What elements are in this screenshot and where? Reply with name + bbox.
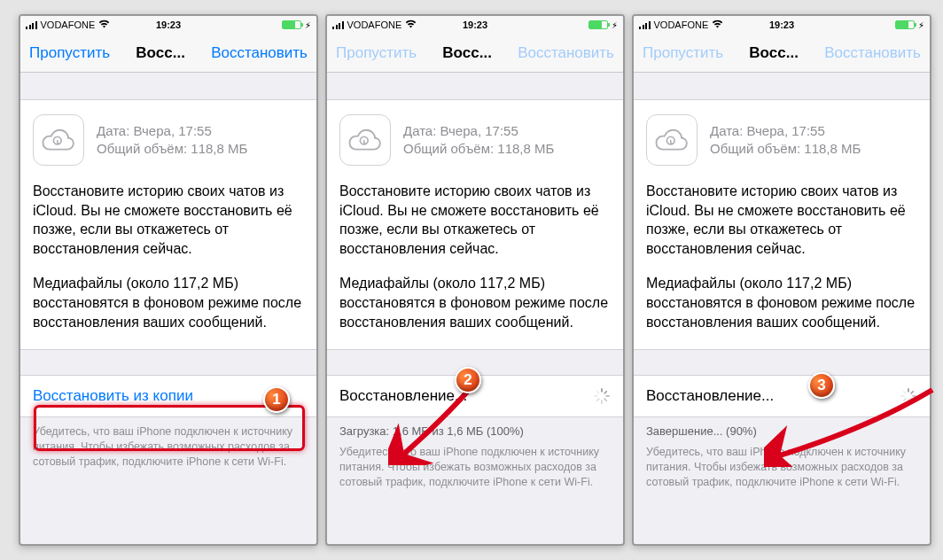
icloud-backup-icon bbox=[646, 114, 698, 166]
signal-icon bbox=[26, 20, 37, 29]
carrier-label: VODAFONE bbox=[347, 19, 402, 30]
carrier-label: VODAFONE bbox=[41, 19, 96, 30]
svg-line-5 bbox=[597, 399, 599, 401]
clock: 19:23 bbox=[156, 19, 181, 30]
clock: 19:23 bbox=[463, 19, 487, 30]
backup-date-label: Дата: Вчера, 17:55 bbox=[403, 122, 554, 140]
status-bar: VODAFONE 19:23 ⚡︎ bbox=[634, 16, 930, 34]
wifi-icon bbox=[712, 19, 723, 30]
signal-icon bbox=[639, 20, 651, 29]
backup-size-label: Общий объём: 118,8 МБ bbox=[710, 140, 861, 158]
nav-bar: Пропустить Восс... Восстановить bbox=[327, 34, 623, 73]
svg-line-13 bbox=[904, 399, 906, 401]
restore-progress-cell: Восстановление... bbox=[634, 375, 930, 417]
nav-bar: Пропустить Восс... Восстановить bbox=[20, 34, 316, 73]
nav-restore-button: Восстановить bbox=[824, 44, 921, 62]
svg-line-9 bbox=[911, 392, 913, 393]
wifi-icon bbox=[98, 19, 110, 30]
carrier-label: VODAFONE bbox=[654, 19, 709, 30]
svg-line-1 bbox=[604, 392, 606, 393]
nav-restore-button: Восстановить bbox=[518, 44, 614, 62]
charging-icon: ⚡︎ bbox=[612, 20, 618, 30]
icloud-backup-icon bbox=[33, 114, 84, 166]
restore-description-1: Восстановите историю своих чатов из iClo… bbox=[646, 182, 917, 258]
step-badge-3: 3 bbox=[808, 372, 835, 399]
charging-icon: ⚡︎ bbox=[305, 20, 311, 30]
restore-description-1: Восстановите историю своих чатов из iClo… bbox=[33, 182, 304, 258]
spinner-icon bbox=[900, 387, 917, 405]
backup-date-label: Дата: Вчера, 17:55 bbox=[710, 122, 861, 140]
status-bar: VODAFONE 19:23 ⚡︎ bbox=[20, 16, 316, 34]
nav-title: Восс... bbox=[442, 44, 492, 62]
backup-info-card: Дата: Вчера, 17:55 Общий объём: 118,8 МБ… bbox=[20, 99, 316, 350]
backup-date-label: Дата: Вчера, 17:55 bbox=[97, 122, 247, 140]
nav-bar: Пропустить Восс... Восстановить bbox=[634, 34, 930, 73]
backup-info-card: Дата: Вчера, 17:55 Общий объём: 118,8 МБ… bbox=[634, 99, 930, 350]
restore-button-label: Восстановить из копии bbox=[33, 387, 193, 404]
phone-screen-1: VODAFONE 19:23 ⚡︎ Пропустить Восс... Вос… bbox=[19, 14, 318, 546]
step-badge-1: 1 bbox=[263, 386, 290, 413]
footer-hint: Убедитесь, что ваш iPhone подключен к ис… bbox=[20, 417, 316, 470]
svg-line-11 bbox=[911, 399, 913, 401]
clock: 19:23 bbox=[769, 19, 794, 30]
restore-status-label: Восстановление... bbox=[339, 387, 467, 404]
restore-description-2: Медиафайлы (около 117,2 МБ) восстановятс… bbox=[646, 274, 917, 331]
restore-description-1: Восстановите историю своих чатов из iClo… bbox=[339, 182, 611, 258]
phone-screen-2: VODAFONE 19:23 ⚡︎ Пропустить Восс... Вос… bbox=[325, 14, 625, 546]
restore-description-2: Медиафайлы (около 117,2 МБ) восстановятс… bbox=[339, 274, 611, 331]
nav-title: Восс... bbox=[749, 44, 799, 62]
battery-icon bbox=[588, 20, 608, 29]
nav-skip-button: Пропустить bbox=[643, 44, 723, 62]
completion-progress-label: Завершение... (90%) bbox=[634, 417, 930, 438]
backup-size-label: Общий объём: 118,8 МБ bbox=[97, 140, 247, 158]
restore-description-2: Медиафайлы (около 117,2 МБ) восстановятс… bbox=[33, 274, 304, 331]
svg-line-7 bbox=[597, 392, 599, 393]
signal-icon bbox=[332, 20, 344, 29]
nav-skip-button[interactable]: Пропустить bbox=[29, 44, 110, 62]
svg-line-15 bbox=[904, 392, 906, 393]
step-badge-2: 2 bbox=[455, 367, 481, 393]
status-bar: VODAFONE 19:23 ⚡︎ bbox=[327, 16, 623, 34]
charging-icon: ⚡︎ bbox=[918, 20, 924, 30]
restore-status-label: Восстановление... bbox=[646, 387, 774, 404]
svg-line-3 bbox=[604, 399, 606, 401]
backup-info-card: Дата: Вчера, 17:55 Общий объём: 118,8 МБ… bbox=[327, 99, 623, 350]
nav-restore-button[interactable]: Восстановить bbox=[211, 44, 308, 62]
phone-screen-3: VODAFONE 19:23 ⚡︎ Пропустить Восс... Вос… bbox=[632, 14, 931, 546]
backup-size-label: Общий объём: 118,8 МБ bbox=[403, 140, 554, 158]
download-progress-label: Загрузка: 1,6 МБ из 1,6 МБ (100%) bbox=[327, 417, 623, 438]
nav-skip-button: Пропустить bbox=[336, 44, 417, 62]
footer-hint: Убедитесь, что ваш iPhone подключен к ис… bbox=[327, 438, 623, 490]
battery-icon bbox=[282, 20, 301, 29]
footer-hint: Убедитесь, что ваш iPhone подключен к ис… bbox=[634, 438, 930, 490]
nav-title: Восс... bbox=[136, 44, 185, 62]
spinner-icon bbox=[593, 387, 611, 405]
wifi-icon bbox=[405, 19, 417, 30]
icloud-backup-icon bbox=[339, 114, 391, 166]
battery-icon bbox=[895, 20, 915, 29]
